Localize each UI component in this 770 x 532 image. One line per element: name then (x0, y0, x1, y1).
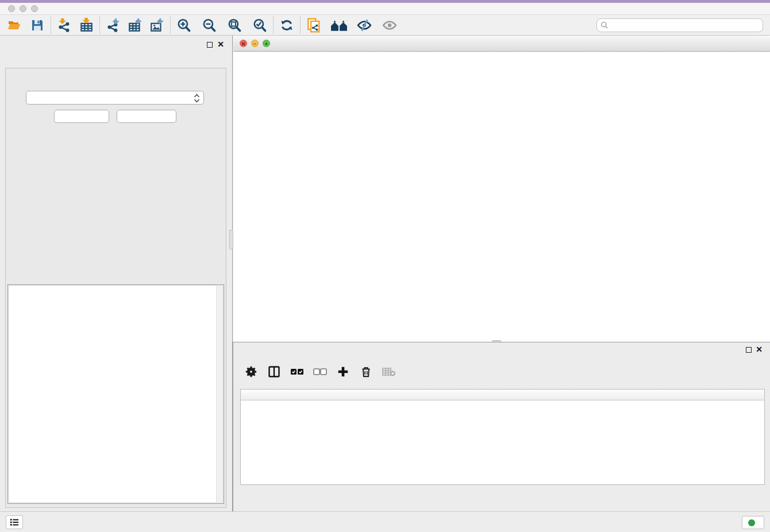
search-icon (600, 21, 609, 32)
zoom-in-icon[interactable] (175, 17, 192, 33)
window-titlebar (0, 3, 770, 15)
table-toolbar (244, 363, 405, 381)
search-input[interactable] (596, 18, 763, 32)
close-panel-icon[interactable]: ✕ (217, 40, 224, 48)
main-toolbar (0, 15, 770, 36)
window-zoom-button[interactable] (31, 5, 38, 12)
memory-status-dot (748, 519, 755, 526)
refresh-icon[interactable] (278, 17, 295, 33)
add-column-icon[interactable] (336, 364, 351, 379)
close-panel-button[interactable] (117, 110, 176, 123)
table-header-row (241, 390, 764, 400)
export-table-icon[interactable] (126, 17, 144, 33)
panel-splitter-handle[interactable] (229, 230, 233, 249)
delete-column-icon[interactable] (359, 364, 374, 379)
import-network-icon[interactable] (56, 17, 73, 33)
delete-table-icon (382, 364, 396, 379)
zoom-fit-icon[interactable] (226, 17, 243, 33)
zoom-out-icon[interactable] (201, 17, 218, 33)
optimization-criterion-select[interactable] (26, 91, 204, 105)
float-panel-icon[interactable] (207, 42, 213, 48)
mcds-result-textarea[interactable] (9, 286, 222, 502)
frame-close-button[interactable]: ✕ (240, 40, 247, 47)
float-table-panel-icon[interactable] (746, 347, 752, 353)
run-mcds-button[interactable] (54, 110, 109, 123)
network-frame-titlebar[interactable]: ✕ − + (233, 36, 770, 52)
zoom-selected-icon[interactable] (251, 17, 268, 33)
mcds-result-groupbox (7, 284, 224, 504)
clone-network-icon[interactable] (305, 17, 322, 33)
column-icon[interactable] (267, 364, 282, 379)
frame-minimize-button[interactable]: − (251, 40, 259, 47)
list-icon (9, 518, 20, 527)
home-icon[interactable] (330, 17, 348, 33)
window-minimize-button[interactable] (20, 5, 26, 12)
window-close-button[interactable] (8, 5, 15, 12)
gear-icon[interactable] (244, 364, 259, 379)
control-panel: ✕ (0, 36, 233, 511)
result-scrollbar[interactable] (216, 286, 222, 502)
mcds-tab-content (5, 68, 226, 508)
network-view-frame: ✕ − + (233, 36, 770, 342)
status-bar (0, 511, 770, 532)
open-folder-icon[interactable] (6, 17, 23, 33)
unselect-all-icon[interactable] (313, 364, 328, 379)
close-table-panel-icon[interactable]: ✕ (756, 345, 763, 353)
table-panel: ✕ (233, 342, 770, 511)
export-image-icon[interactable] (148, 17, 165, 33)
hide-eye-icon[interactable] (356, 17, 373, 33)
memory-button[interactable] (742, 516, 764, 529)
frame-maximize-button[interactable]: + (263, 40, 270, 47)
node-table[interactable] (240, 389, 765, 485)
select-stepper-icon (194, 93, 200, 107)
task-history-button[interactable] (6, 515, 23, 529)
search-field (596, 18, 763, 32)
save-icon[interactable] (29, 17, 46, 33)
select-all-icon[interactable] (290, 364, 305, 379)
import-table-icon[interactable] (78, 17, 95, 33)
eye-icon (381, 17, 398, 33)
network-canvas[interactable] (233, 52, 770, 342)
export-network-icon[interactable] (105, 17, 122, 33)
